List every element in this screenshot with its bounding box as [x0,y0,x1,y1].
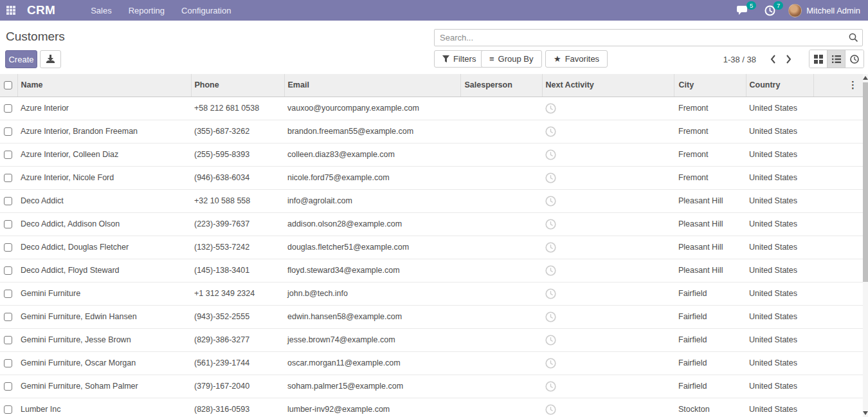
cell-country[interactable]: United States [746,189,813,212]
cell-phone[interactable]: (355)-687-3262 [191,120,284,143]
cell-city[interactable]: Pleasant Hill [674,189,746,212]
cell-name[interactable]: Azure Interior, Nicole Ford [17,166,191,189]
cell-name[interactable]: Gemini Furniture, Jesse Brown [17,328,191,351]
cell-city[interactable]: Fairfield [674,282,746,305]
kanban-view-button[interactable] [809,50,827,68]
cell-city[interactable]: Pleasant Hill [674,236,746,259]
cell-next-activity[interactable] [542,189,674,212]
cell-phone[interactable]: (255)-595-8393 [191,143,284,166]
cell-city[interactable]: Pleasant Hill [674,259,746,282]
user-avatar[interactable] [788,4,802,17]
cell-name[interactable]: Gemini Furniture, Edwin Hansen [17,305,191,328]
cell-salesperson[interactable] [460,212,542,236]
row-checkbox[interactable] [4,405,12,414]
table-row[interactable]: Azure Interior, Nicole Ford (946)-638-60… [0,166,863,189]
table-row[interactable]: Azure Interior, Brandon Freeman (355)-68… [0,120,863,143]
cell-country[interactable]: United States [746,120,813,143]
apps-menu-button[interactable] [0,0,22,21]
cell-salesperson[interactable] [460,166,542,189]
cell-email[interactable]: soham.palmer15@example.com [284,375,460,398]
cell-next-activity[interactable] [542,398,674,417]
next-activity-clock-icon[interactable] [545,404,556,415]
list-view-button[interactable] [827,50,845,68]
next-activity-clock-icon[interactable] [545,219,556,230]
cell-salesperson[interactable] [460,120,542,143]
cell-country[interactable]: United States [746,166,813,189]
cell-phone[interactable]: +58 212 681 0538 [191,97,284,120]
next-activity-clock-icon[interactable] [545,288,556,299]
favorites-button[interactable]: ★ Favorites [545,50,608,68]
menu-configuration[interactable]: Configuration [173,0,239,21]
cell-country[interactable]: United States [746,97,813,120]
row-checkbox[interactable] [4,174,12,182]
cell-next-activity[interactable] [542,305,674,328]
next-activity-clock-icon[interactable] [545,172,556,183]
cell-name[interactable]: Azure Interior, Colleen Diaz [17,143,191,166]
cell-next-activity[interactable] [542,282,674,305]
row-checkbox[interactable] [4,243,12,252]
table-row[interactable]: Deco Addict, Floyd Steward (145)-138-340… [0,259,863,282]
cell-email[interactable]: nicole.ford75@example.com [284,166,460,189]
row-checkbox[interactable] [4,359,12,367]
cell-next-activity[interactable] [542,212,674,236]
cell-email[interactable]: jesse.brown74@example.com [284,328,460,351]
next-activity-clock-icon[interactable] [545,335,556,346]
cell-city[interactable]: Stockton [674,398,746,417]
next-activity-clock-icon[interactable] [545,265,556,276]
cell-city[interactable]: Fremont [674,97,746,120]
cell-salesperson[interactable] [460,375,542,398]
export-button[interactable] [40,50,61,68]
cell-email[interactable]: oscar.morgan11@example.com [284,351,460,375]
next-activity-clock-icon[interactable] [545,311,556,322]
table-row[interactable]: Gemini Furniture, Oscar Morgan (561)-239… [0,351,863,375]
next-activity-clock-icon[interactable] [545,358,556,369]
scroll-up-arrow[interactable] [863,75,868,81]
pager-next-button[interactable] [781,51,796,67]
cell-country[interactable]: United States [746,259,813,282]
column-header-country[interactable]: Country [746,74,813,97]
cell-country[interactable]: United States [746,282,813,305]
cell-next-activity[interactable] [542,120,674,143]
cell-email[interactable]: lumber-inv92@example.com [284,398,460,417]
cell-country[interactable]: United States [746,143,813,166]
cell-phone[interactable]: (946)-638-6034 [191,166,284,189]
row-checkbox[interactable] [4,127,12,136]
cell-phone[interactable]: (223)-399-7637 [191,212,284,236]
row-checkbox[interactable] [4,382,12,391]
cell-name[interactable]: Lumber Inc [17,398,191,417]
next-activity-clock-icon[interactable] [545,103,556,114]
cell-name[interactable]: Deco Addict, Floyd Steward [17,259,191,282]
next-activity-clock-icon[interactable] [545,126,556,137]
cell-next-activity[interactable] [542,143,674,166]
create-button[interactable]: Create [5,50,37,68]
group-by-button[interactable]: ≡ Group By [481,50,542,68]
cell-next-activity[interactable] [542,236,674,259]
column-header-email[interactable]: Email [284,74,460,97]
row-checkbox[interactable] [4,266,12,275]
messages-button[interactable]: 5 [734,0,751,21]
cell-phone[interactable]: +1 312 349 2324 [191,282,284,305]
cell-email[interactable]: addison.olson28@example.com [284,212,460,236]
cell-name[interactable]: Deco Addict, Douglas Fletcher [17,236,191,259]
cell-city[interactable]: Fairfield [674,328,746,351]
row-checkbox[interactable] [4,197,12,205]
cell-email[interactable]: edwin.hansen58@example.com [284,305,460,328]
cell-salesperson[interactable] [460,328,542,351]
cell-email[interactable]: info@agrolait.com [284,189,460,212]
table-row[interactable]: Deco Addict +32 10 588 558 info@agrolait… [0,189,863,212]
cell-email[interactable]: douglas.fletcher51@example.com [284,236,460,259]
cell-email[interactable]: brandon.freeman55@example.com [284,120,460,143]
cell-phone[interactable]: (145)-138-3401 [191,259,284,282]
cell-country[interactable]: United States [746,375,813,398]
cell-salesperson[interactable] [460,189,542,212]
column-header-city[interactable]: City [674,74,746,97]
cell-name[interactable]: Deco Addict, Addison Olson [17,212,191,236]
scroll-down-arrow[interactable] [863,410,868,416]
cell-salesperson[interactable] [460,143,542,166]
cell-country[interactable]: United States [746,236,813,259]
cell-next-activity[interactable] [542,259,674,282]
cell-city[interactable]: Pleasant Hill [674,212,746,236]
search-input[interactable] [435,33,844,42]
app-brand[interactable]: CRM [27,3,55,17]
cell-name[interactable]: Gemini Furniture, Oscar Morgan [17,351,191,375]
